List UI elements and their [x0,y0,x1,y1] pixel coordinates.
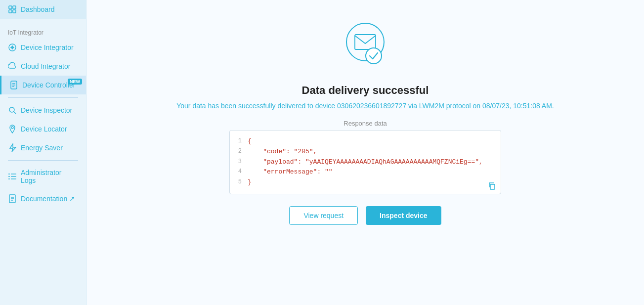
line-num-3: 3 [230,157,248,167]
code-line-3: 3 "payload": "yAAIQEYAAAAAAAADIAQhAGAAAA… [230,157,501,168]
sidebar-divider-2 [8,97,78,98]
code-line-2: 2 "code": "205", [230,147,501,157]
response-label: Response data [229,120,501,127]
line-content-4: "errorMessage": "" [248,167,501,177]
actions: View request Inspect device [289,206,441,225]
device-locator-icon [8,125,17,133]
svg-rect-1 [13,6,16,9]
sidebar-item-documentation-label: Documentation ↗ [21,195,75,203]
device-integrator-icon [8,43,17,52]
sidebar-item-dashboard-label: Dashboard [21,5,55,13]
line-content-3: "payload": "yAAIQEYAAAAAAAADIAQhAGAAAAAA… [248,157,501,168]
sidebar-item-device-controller[interactable]: Device Controller NEW [0,76,86,94]
sidebar-item-device-locator[interactable]: Device Locator [0,120,86,138]
sidebar-item-device-integrator[interactable]: Device Integrator [0,38,86,57]
success-message-mid: via LWM2M protocol on [406,102,482,110]
grid-icon [8,5,17,14]
copy-icon[interactable] [488,182,496,190]
device-controller-icon [9,81,18,89]
sidebar-item-dashboard[interactable]: Dashboard [0,0,86,19]
code-line-5: 5 } [230,177,501,188]
success-title: Data delivery successful [302,84,429,97]
sidebar-item-device-locator-label: Device Locator [21,125,67,133]
svg-point-12 [11,127,13,129]
documentation-icon [8,194,17,203]
success-message-pre: Your data has been successfully delivere… [176,102,337,110]
sidebar-item-device-integrator-label: Device Integrator [21,44,74,51]
sidebar-item-documentation[interactable]: Documentation ↗ [0,189,86,208]
sidebar-item-cloud-integrator-label: Cloud Integrator [21,62,70,70]
line-num-1: 1 [230,136,248,146]
svg-rect-0 [9,6,12,9]
energy-saver-icon [8,143,17,152]
svg-line-11 [14,112,16,114]
sidebar-item-administrator-logs[interactable]: Administrator Logs [0,164,86,189]
line-num-4: 4 [230,167,248,176]
sidebar-divider-3 [8,160,78,161]
response-box: 1 { 2 "code": "205", 3 "payload": "yAAIQ… [229,130,501,194]
svg-rect-3 [13,10,16,13]
device-id: 030620236601892727 [337,102,406,110]
code-line-1: 1 { [230,136,501,147]
line-num-2: 2 [230,147,248,156]
sidebar-item-energy-saver[interactable]: Energy Saver [0,138,86,157]
sidebar-item-cloud-integrator[interactable]: Cloud Integrator [0,57,86,76]
cloud-integrator-icon [8,62,17,71]
success-icon-wrapper [338,20,392,74]
iot-integrator-label: IoT Integrator [0,25,86,38]
new-badge: NEW [68,79,82,85]
admin-logs-icon [8,172,17,181]
response-section: Response data 1 { 2 "code": "205", 3 "pa… [229,120,501,194]
svg-point-10 [9,107,14,112]
code-line-4: 4 "errorMessage": "" [230,167,501,177]
svg-point-25 [366,48,382,64]
device-inspector-icon [8,106,17,115]
line-content-2: "code": "205", [248,147,501,157]
sidebar-item-device-inspector-label: Device Inspector [21,106,72,114]
sidebar-divider-1 [8,22,78,22]
view-request-button[interactable]: View request [289,206,358,225]
line-content-5: } [248,177,501,188]
sidebar-item-administrator-logs-label: Administrator Logs [21,169,78,184]
sidebar: Dashboard IoT Integrator Device Integrat… [0,0,86,305]
svg-rect-24 [355,35,376,49]
svg-rect-26 [490,184,495,189]
sidebar-item-energy-saver-label: Energy Saver [21,144,63,152]
timestamp: 08/07/23, 10:51:08 AM. [482,102,554,110]
svg-rect-2 [9,10,12,13]
line-content-1: { [248,136,501,147]
sidebar-item-device-inspector[interactable]: Device Inspector [0,101,86,120]
inspect-device-button[interactable]: Inspect device [366,206,441,225]
line-num-5: 5 [230,177,248,187]
main-content: Data delivery successful Your data has b… [86,0,644,305]
success-message: Your data has been successfully delivere… [176,102,554,110]
